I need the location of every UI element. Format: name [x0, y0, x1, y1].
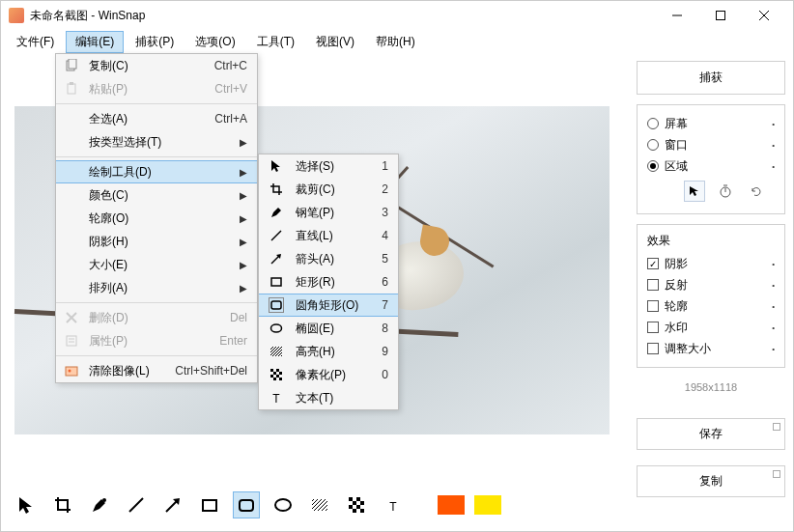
svg-text:T: T [389, 500, 397, 514]
menu-view[interactable]: 视图(V) [306, 31, 364, 53]
mode-label: 区域 [665, 158, 688, 175]
mode-label: 窗口 [665, 137, 688, 154]
menu-clear-image[interactable]: 清除图像(L)Ctrl+Shift+Del [56, 359, 257, 382]
svg-rect-37 [203, 500, 216, 511]
submenu-line[interactable]: 直线(L)4 [259, 224, 398, 247]
menu-arrange[interactable]: 排列(A)▶ [56, 276, 257, 299]
submenu-arrow[interactable]: 箭头(A)5 [259, 247, 398, 270]
tool-select[interactable] [13, 491, 40, 518]
submenu-crop[interactable]: 裁剪(C)2 [259, 178, 398, 201]
svg-point-17 [69, 370, 71, 373]
submenu-pen[interactable]: 钢笔(P)3 [259, 201, 398, 224]
tool-crop[interactable] [49, 491, 76, 518]
roundrect-icon [269, 297, 284, 313]
mode-screen[interactable]: 屏幕• [647, 113, 775, 134]
svg-rect-48 [353, 509, 356, 513]
svg-rect-27 [273, 372, 276, 375]
svg-rect-21 [271, 301, 281, 309]
line-icon [265, 229, 288, 242]
effect-outline[interactable]: 轮廓• [647, 295, 775, 317]
properties-icon [62, 335, 81, 347]
effect-reflection[interactable]: 反射• [647, 274, 775, 295]
submenu-label: 高亮(H) [296, 344, 361, 360]
mode-region[interactable]: 区域• [647, 155, 775, 177]
menu-shadow[interactable]: 阴影(H)▶ [56, 230, 257, 253]
effect-shadow[interactable]: ✓阴影• [647, 253, 775, 274]
menu-outline[interactable]: 轮廓(O)▶ [56, 207, 257, 230]
menu-color[interactable]: 颜色(C)▶ [56, 183, 257, 207]
color-primary-swatch[interactable] [438, 495, 465, 515]
tool-line[interactable] [123, 491, 150, 518]
menu-select-by-type[interactable]: 按类型选择(T)▶ [56, 130, 257, 154]
menu-file[interactable]: 文件(F) [7, 31, 64, 53]
clear-icon [62, 364, 81, 378]
tool-pixelate[interactable] [343, 491, 370, 518]
tool-roundrect[interactable] [233, 491, 260, 518]
submenu-ellipse[interactable]: 椭圆(E)8 [259, 317, 398, 340]
menu-properties: 属性(P)Enter [56, 329, 257, 352]
submenu-label: 矩形(R) [296, 274, 361, 291]
svg-rect-47 [356, 505, 360, 509]
edit-menu-dropdown: 复制(C)Ctrl+C 粘贴(P)Ctrl+V 全选(A)Ctrl+A 按类型选… [55, 53, 258, 383]
submenu-key: 7 [369, 298, 388, 312]
menu-tools[interactable]: 工具(T) [247, 31, 304, 53]
save-button[interactable]: 保存 [637, 418, 785, 450]
menu-copy[interactable]: 复制(C)Ctrl+C [56, 54, 257, 77]
submenu-pixelate[interactable]: 像素化(P)0 [259, 363, 398, 386]
app-icon [9, 8, 24, 23]
tool-highlight[interactable] [306, 491, 333, 518]
svg-point-34 [102, 498, 106, 502]
menu-capture[interactable]: 捕获(P) [126, 31, 184, 53]
submenu-cursor[interactable]: 选择(S)1 [259, 154, 398, 178]
svg-rect-31 [273, 378, 276, 380]
submenu-rect[interactable]: 矩形(R)6 [259, 270, 398, 294]
refresh-icon[interactable] [746, 181, 767, 202]
menu-edit[interactable]: 编辑(E) [66, 31, 124, 53]
svg-rect-24 [270, 347, 282, 356]
submenu-key: 5 [369, 252, 388, 266]
copy-icon [62, 59, 81, 72]
submenu-key: 8 [369, 322, 388, 335]
tool-text[interactable]: T [380, 491, 407, 518]
submenu-label: 直线(L) [296, 228, 361, 244]
submenu-label: 文本(T) [296, 390, 361, 406]
rect-icon [265, 275, 288, 289]
capture-button[interactable]: 捕获 [637, 61, 785, 95]
cursor-tool-icon[interactable] [684, 181, 705, 202]
svg-line-35 [129, 498, 143, 512]
svg-point-39 [275, 499, 291, 511]
submenu-key: 6 [369, 275, 388, 289]
effect-label: 轮廓 [665, 298, 688, 315]
submenu-key: 1 [369, 159, 388, 173]
timer-icon[interactable] [715, 181, 736, 202]
tool-ellipse[interactable] [269, 491, 297, 518]
svg-rect-44 [353, 501, 356, 505]
effect-resize[interactable]: 调整大小• [647, 338, 775, 359]
svg-rect-28 [279, 372, 282, 375]
menu-size[interactable]: 大小(E)▶ [56, 253, 257, 276]
minimize-button[interactable] [655, 1, 698, 30]
submenu-roundrect[interactable]: 圆角矩形(O)7 [259, 294, 398, 317]
svg-rect-20 [271, 278, 281, 286]
menu-draw-tools[interactable]: 绘制工具(D)▶ [56, 160, 257, 183]
tool-pen[interactable] [86, 491, 113, 518]
effects-panel: 效果 ✓阴影• 反射• 轮廓• 水印• 调整大小• [637, 224, 785, 368]
mode-window[interactable]: 窗口• [647, 134, 775, 155]
submenu-label: 像素化(P) [296, 367, 361, 383]
submenu-label: 选择(S) [296, 158, 361, 175]
menu-help[interactable]: 帮助(H) [366, 31, 425, 53]
submenu-highlight[interactable]: 高亮(H)9 [259, 340, 398, 363]
menu-options[interactable]: 选项(O) [185, 31, 244, 53]
maximize-button[interactable] [698, 1, 742, 30]
menu-select-all[interactable]: 全选(A)Ctrl+A [56, 107, 257, 130]
submenu-text[interactable]: T文本(T) [259, 386, 398, 409]
tool-arrow[interactable] [159, 491, 186, 518]
effect-label: 调整大小 [665, 341, 711, 357]
submenu-label: 椭圆(E) [296, 321, 361, 337]
effect-watermark[interactable]: 水印• [647, 317, 775, 338]
tool-rect[interactable] [196, 491, 223, 518]
close-button[interactable] [742, 1, 785, 30]
color-secondary-swatch[interactable] [474, 495, 501, 515]
shadow-swatch[interactable] [528, 491, 555, 518]
effect-label: 阴影 [665, 256, 688, 272]
